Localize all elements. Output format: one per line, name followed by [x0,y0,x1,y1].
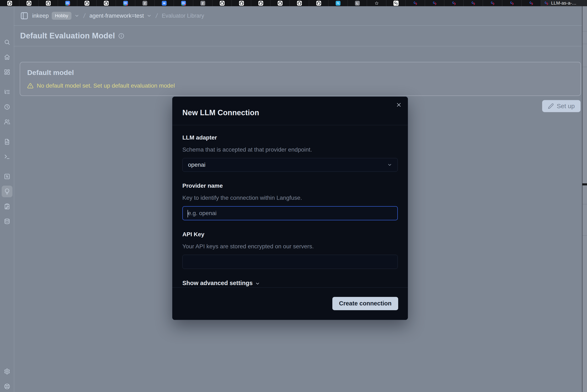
browser-tab[interactable] [77,0,97,6]
browser-tab-strip: 3131Z31ZLLLM-as-a-… [0,0,587,6]
sidebar-toggle-icon[interactable] [20,12,29,20]
browser-tab[interactable] [0,0,19,6]
sidebar-item-search-icon[interactable] [4,39,10,45]
browser-tab[interactable]: Z [193,0,213,6]
chat-search-favicon [336,1,340,6]
page-title: Default Evaluation Model [20,31,115,40]
browser-tab[interactable] [425,0,444,6]
browser-tab[interactable] [464,0,483,6]
sidebar-item-users-icon[interactable] [4,119,10,125]
browser-tab[interactable] [270,0,290,6]
browser-tab[interactable] [328,0,348,6]
breadcrumb-separator: / [154,12,159,19]
browser-tab[interactable] [386,0,406,6]
default-model-card: Default model No default model set. Set … [20,62,581,96]
google-calendar-favicon: 31 [123,1,128,6]
github-favicon [46,1,51,6]
llm-adapter-select[interactable]: openai [182,158,398,172]
card-heading: Default model [27,68,580,76]
sidebar-item-datasets-icon[interactable] [4,218,10,224]
knot-light-favicon [393,0,399,6]
pencil-icon [548,103,554,109]
breadcrumb: inkeep Hobby / agent-framework=test / Ev… [32,12,204,20]
api-key-description: Your API keys are stored encrypted on ou… [182,243,398,250]
sidebar-item-home-icon[interactable] [4,54,10,60]
github-favicon [278,1,282,6]
breadcrumb-org[interactable]: inkeep [32,13,49,19]
browser-tab[interactable]: 31 [58,0,77,6]
dialog-body: LLM adapter Schema that is accepted at t… [172,125,408,286]
browser-tab[interactable] [213,0,232,6]
close-icon[interactable] [396,102,401,108]
browser-tab[interactable] [367,0,386,6]
dialog-title: New LLM Connection [182,108,398,117]
sidebar-item-sessions-icon[interactable] [4,104,10,110]
langfuse-favicon [490,0,495,6]
github-favicon [316,1,321,6]
info-icon[interactable] [118,33,124,39]
plan-badge: Hobby [52,12,72,20]
breadcrumb-page: Evaluator Library [162,13,204,19]
sidebar-item-annotations-icon[interactable] [4,203,10,210]
breadcrumb-project[interactable]: agent-framework=test [90,13,144,19]
advanced-settings-toggle[interactable]: Show advanced settings [182,280,398,286]
browser-tab[interactable] [502,0,521,6]
provider-name-label: Provider name [182,182,398,189]
langfuse-favicon [544,0,549,6]
browser-tab[interactable] [483,0,502,6]
llm-adapter-description: Schema that is accepted at that provider… [182,146,398,153]
sidebar-item-tracing-icon[interactable] [4,89,10,95]
langfuse-favicon [451,0,456,6]
browser-tab[interactable] [155,0,174,6]
browser-tab[interactable] [444,0,464,6]
langfuse-favicon [509,0,514,6]
llm-adapter-selected-value: openai [188,162,205,168]
browser-tab[interactable] [521,0,541,6]
create-connection-button[interactable]: Create connection [332,297,398,310]
langfuse-favicon [529,0,534,6]
chevron-down-icon[interactable] [74,13,79,18]
browser-tab[interactable] [39,0,58,6]
langfuse-favicon [413,0,418,6]
alert-triangle-icon [27,83,34,89]
browser-tab[interactable] [232,0,251,6]
sidebar-item-prompts-icon[interactable] [4,139,10,145]
browser-tab[interactable]: L [348,0,367,6]
browser-tab[interactable]: Z [135,0,155,6]
provider-name-input[interactable] [188,210,392,216]
github-favicon [239,1,244,6]
set-up-button-label: Set up [557,102,575,110]
set-up-button[interactable]: Set up [542,100,580,112]
sidebar-item-support-icon[interactable] [4,383,10,390]
sidebar-item-scores-icon[interactable] [4,173,10,180]
github-favicon [85,1,89,6]
google-calendar-favicon: 31 [181,1,186,6]
browser-tab-active[interactable]: LLM-as-a-… [541,0,587,6]
browser-tab[interactable] [406,0,425,6]
breadcrumb-separator: / [82,12,87,19]
browser-tab[interactable] [251,0,270,6]
z-app-favicon: Z [143,1,147,6]
browser-tab[interactable] [97,0,116,6]
l-app-favicon: L [355,1,360,6]
sidebar-item-dashboard-icon[interactable] [4,69,10,75]
browser-tab[interactable]: 31 [116,0,135,6]
browser-tab[interactable] [309,0,328,6]
langfuse-favicon [432,0,437,6]
sidebar-item-settings-icon[interactable] [4,368,10,374]
api-key-label: API Key [182,231,398,238]
browser-tab[interactable] [19,0,39,6]
api-key-input[interactable] [188,258,393,265]
chevron-down-icon [255,281,260,286]
sidebar-item-playground-icon[interactable] [4,154,10,160]
chevron-down-icon[interactable] [147,13,152,18]
api-key-field-wrap [182,255,398,269]
browser-tab[interactable]: 31 [174,0,193,6]
github-favicon [7,1,12,6]
github-favicon [104,1,109,6]
browser-tab[interactable] [290,0,309,6]
sidebar-item-evaluators-icon[interactable] [4,188,10,194]
llm-adapter-label: LLM adapter [182,134,398,141]
dialog-header: New LLM Connection [172,97,408,125]
new-llm-connection-dialog: New LLM Connection LLM adapter Schema th… [172,96,408,320]
